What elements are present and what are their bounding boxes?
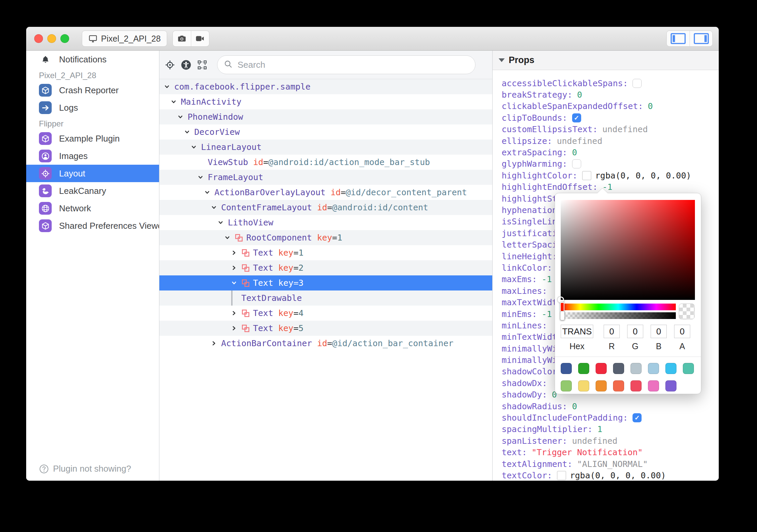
tree-node-name: Text bbox=[253, 323, 273, 333]
color-preset-swatch[interactable] bbox=[630, 363, 642, 374]
tree-row[interactable]: ActionBarOverlayLayoutid=@id/decor_conte… bbox=[159, 185, 492, 200]
tree-row[interactable]: LithoView bbox=[159, 215, 492, 230]
sidebar-item-images[interactable]: Images bbox=[26, 147, 159, 165]
color-preset-swatch[interactable] bbox=[578, 363, 589, 374]
tree-row[interactable]: Textkey=2 bbox=[159, 260, 492, 275]
tree-node-attribute: id=@android:id/action_mode_bar_stub bbox=[253, 157, 430, 167]
toggle-right-panel-button[interactable] bbox=[690, 31, 712, 46]
chevron-right-icon[interactable] bbox=[211, 340, 221, 346]
color-preset-swatch[interactable] bbox=[578, 380, 589, 391]
chevron-down-icon[interactable] bbox=[224, 235, 235, 241]
chevron-right-icon[interactable] bbox=[231, 265, 241, 271]
hue-slider-handle[interactable] bbox=[560, 302, 564, 312]
chevron-right-icon[interactable] bbox=[231, 250, 241, 256]
chevron-down-icon[interactable] bbox=[231, 280, 241, 286]
sidebar-item-logs[interactable]: Logs bbox=[26, 99, 159, 116]
sidebar-item-layout[interactable]: Layout bbox=[26, 165, 159, 182]
color-swatch[interactable] bbox=[582, 171, 591, 180]
hue-slider[interactable] bbox=[561, 304, 676, 310]
color-preset-swatch[interactable] bbox=[596, 380, 607, 391]
color-swatch[interactable] bbox=[557, 471, 566, 480]
chevron-down-icon[interactable] bbox=[184, 129, 194, 135]
tree-row[interactable]: MainActivity bbox=[159, 94, 492, 109]
color-preset-swatch[interactable] bbox=[613, 380, 624, 391]
toggle-left-panel-button[interactable] bbox=[667, 31, 690, 46]
accessibility-icon[interactable] bbox=[180, 59, 192, 70]
tree-row[interactable]: TextDrawable bbox=[159, 290, 492, 306]
close-button[interactable] bbox=[34, 34, 43, 43]
sidebar-item-leakcanary[interactable]: LeakCanary bbox=[26, 182, 159, 200]
props-header[interactable]: Props bbox=[493, 51, 719, 70]
tree-node-name: com.facebook.flipper.sample bbox=[174, 82, 310, 92]
checkbox-checked-icon[interactable]: ✓ bbox=[633, 413, 642, 422]
tree-row[interactable]: Textkey=3 bbox=[159, 275, 492, 290]
chevron-down-icon[interactable] bbox=[218, 220, 228, 225]
tree-row[interactable]: Textkey=1 bbox=[159, 245, 492, 260]
checkbox-checked-icon[interactable]: ✓ bbox=[572, 113, 581, 122]
color-preset-swatch[interactable] bbox=[648, 380, 659, 391]
target-mode-icon[interactable] bbox=[164, 59, 175, 70]
tree-row[interactable]: RootComponentkey=1 bbox=[159, 230, 492, 245]
tree-row[interactable]: FrameLayout bbox=[159, 170, 492, 185]
checkbox-unchecked-icon[interactable] bbox=[633, 79, 642, 88]
prop-name: shadowDy: bbox=[502, 390, 547, 400]
traffic-lights bbox=[34, 34, 69, 43]
chevron-right-icon[interactable] bbox=[231, 310, 241, 316]
hex-input[interactable] bbox=[561, 325, 593, 338]
checkbox-unchecked-icon[interactable] bbox=[572, 159, 581, 168]
sidebar-item-notifications[interactable]: Notifications bbox=[26, 51, 159, 68]
color-preset-swatch[interactable] bbox=[561, 380, 572, 391]
select-element-icon[interactable] bbox=[196, 59, 208, 70]
titlebar[interactable]: Pixel_2_API_28 bbox=[26, 27, 719, 51]
screenshot-button[interactable] bbox=[173, 31, 191, 46]
color-preset-swatch[interactable] bbox=[648, 363, 659, 374]
device-selector-button[interactable]: Pixel_2_API_28 bbox=[82, 31, 167, 47]
search-box[interactable] bbox=[217, 55, 475, 74]
alpha-input[interactable] bbox=[674, 325, 690, 338]
red-input[interactable] bbox=[604, 325, 620, 338]
minimize-button[interactable] bbox=[47, 34, 56, 43]
tree-row[interactable]: Textkey=5 bbox=[159, 321, 492, 336]
alpha-slider-handle[interactable] bbox=[560, 311, 565, 320]
sidebar-item-crash-reporter[interactable]: Crash Reporter bbox=[26, 82, 159, 99]
plugin-help-link[interactable]: Plugin not showing? bbox=[39, 464, 131, 474]
chevron-down-icon[interactable] bbox=[198, 174, 208, 180]
tree-row[interactable]: ContentFrameLayoutid=@android:id/content bbox=[159, 200, 492, 215]
blue-input[interactable] bbox=[651, 325, 667, 338]
color-preset-swatch[interactable] bbox=[613, 363, 624, 374]
tree-row[interactable]: PhoneWindow bbox=[159, 109, 492, 124]
tree-row[interactable]: DecorView bbox=[159, 124, 492, 140]
tree-row[interactable]: LinearLayout bbox=[159, 140, 492, 155]
screen-record-button[interactable] bbox=[191, 31, 209, 46]
chevron-down-icon[interactable] bbox=[211, 205, 221, 210]
color-preset-swatch[interactable] bbox=[630, 380, 642, 391]
color-preset-swatch[interactable] bbox=[683, 363, 694, 374]
sidebar-item-example-plugin[interactable]: Example Plugin bbox=[26, 130, 159, 147]
sidebar-item-shared-preferences-viewer[interactable]: Shared Preferences Viewer bbox=[26, 217, 159, 234]
alpha-slider[interactable] bbox=[561, 312, 676, 319]
chevron-down-icon[interactable] bbox=[204, 190, 214, 195]
color-preset-swatch[interactable] bbox=[665, 363, 676, 374]
saturation-area[interactable] bbox=[561, 200, 695, 300]
color-preset-swatch[interactable] bbox=[561, 363, 572, 374]
chevron-down-icon[interactable] bbox=[171, 99, 181, 105]
attr-equals: = bbox=[327, 338, 332, 348]
chevron-down-icon[interactable] bbox=[164, 84, 174, 90]
chevron-down-icon[interactable] bbox=[191, 144, 201, 150]
zoom-button[interactable] bbox=[60, 34, 69, 43]
prop-name: shadowDx: bbox=[502, 378, 547, 388]
sidebar-item-network[interactable]: Network bbox=[26, 200, 159, 217]
color-preset-swatch[interactable] bbox=[665, 380, 676, 391]
color-preset-swatch[interactable] bbox=[596, 363, 607, 374]
tree-row[interactable]: com.facebook.flipper.sample bbox=[159, 79, 492, 94]
tree-row[interactable]: ActionBarContainerid=@id/action_bar_cont… bbox=[159, 336, 492, 351]
chevron-down-icon[interactable] bbox=[178, 114, 188, 120]
prop-name: highlightColor: bbox=[502, 171, 577, 180]
attr-key: id bbox=[317, 203, 327, 212]
green-input[interactable] bbox=[627, 325, 643, 338]
search-input[interactable] bbox=[237, 59, 469, 70]
tree-row[interactable]: Textkey=4 bbox=[159, 306, 492, 321]
tree-row[interactable]: ViewStubid=@android:id/action_mode_bar_s… bbox=[159, 155, 492, 170]
prop-name: maxEms: bbox=[502, 274, 537, 284]
chevron-right-icon[interactable] bbox=[231, 325, 241, 331]
